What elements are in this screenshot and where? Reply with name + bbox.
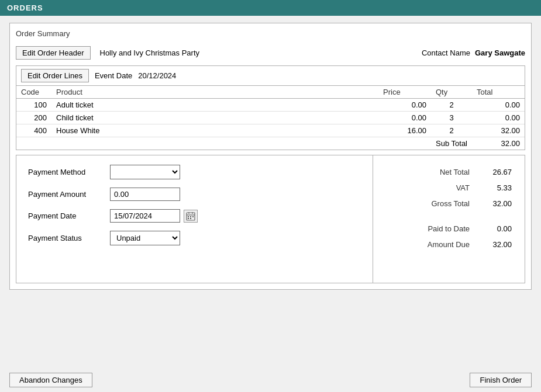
row-code: 200 (16, 112, 51, 124)
row-total: 0.00 (472, 112, 525, 124)
payment-amount-row: Payment Amount (28, 188, 361, 201)
row-product: Adult ticket (51, 99, 378, 112)
payment-amount-input[interactable] (110, 188, 180, 201)
payment-date-input[interactable] (110, 209, 180, 223)
top-bar: ORDERS (0, 0, 541, 16)
payment-status-row: Payment Status UnpaidPaidPartial (28, 231, 361, 245)
payment-date-row: Payment Date (28, 209, 361, 223)
footer-row: Abandon Changes Finish Order (0, 366, 541, 392)
abandon-changes-button[interactable]: Abandon Changes (9, 373, 92, 387)
edit-order-header-button[interactable]: Edit Order Header (16, 46, 91, 60)
finish-order-button[interactable]: Finish Order (470, 373, 532, 387)
order-lines-section: Edit Order Lines Event Date 20/12/2024 C… (16, 65, 525, 150)
subtotal-row: Sub Total 32.00 (16, 137, 525, 150)
row-qty: 2 (431, 99, 472, 112)
col-header-product: Product (51, 86, 378, 99)
contact-name-value: Gary Sawgate (475, 48, 525, 57)
row-total: 0.00 (472, 99, 525, 112)
event-date-value: 20/12/2024 (138, 71, 176, 80)
table-header-row: Code Product Price Qty Total (16, 86, 525, 99)
event-row: Edit Order Lines Event Date 20/12/2024 (16, 66, 525, 86)
payment-date-label: Payment Date (28, 211, 104, 220)
row-price: 16.00 (378, 124, 431, 137)
totals-panel: Net Total 26.67 VAT 5.33 Gross Total 32.… (373, 155, 525, 283)
col-header-total: Total (472, 86, 525, 99)
svg-rect-8 (190, 218, 191, 219)
amount-due-label: Amount Due (384, 237, 472, 252)
svg-rect-5 (190, 216, 191, 217)
totals-spacer-row (384, 212, 514, 220)
col-header-qty: Qty (431, 86, 472, 99)
gross-total-value: 32.00 (473, 196, 514, 211)
event-name: Holly and Ivy Christmas Party (100, 48, 200, 57)
panel-title: Order Summary (16, 29, 525, 40)
contact-info: Contact Name Gary Sawgate (422, 48, 525, 57)
amount-due-value: 32.00 (473, 237, 514, 252)
row-price: 0.00 (378, 99, 431, 112)
col-header-price: Price (378, 86, 431, 99)
row-product: Child ticket (51, 112, 378, 124)
totals-table: Net Total 26.67 VAT 5.33 Gross Total 32.… (383, 164, 515, 253)
payment-method-select[interactable]: CashCardBACS (110, 165, 180, 179)
calendar-icon[interactable] (184, 210, 198, 223)
payment-status-label: Payment Status (28, 234, 104, 242)
paid-to-date-label: Paid to Date (384, 221, 472, 236)
svg-rect-6 (192, 216, 194, 217)
row-product: House White (51, 124, 378, 137)
date-row (110, 209, 198, 223)
row-code: 100 (16, 99, 51, 112)
event-date-label: Event Date (95, 71, 132, 80)
edit-order-lines-button[interactable]: Edit Order Lines (21, 69, 89, 82)
table-row: 100 Adult ticket 0.00 2 0.00 (16, 99, 525, 112)
order-table: Code Product Price Qty Total 100 Adult t… (16, 86, 525, 150)
payment-panel: Payment Method CashCardBACS Payment Amou… (16, 155, 373, 283)
amount-due-row: Amount Due 32.00 (384, 237, 514, 252)
net-total-value: 26.67 (473, 165, 514, 179)
net-total-label: Net Total (384, 165, 472, 179)
order-header-row: Edit Order Header Holly and Ivy Christma… (16, 46, 525, 60)
subtotal-value: 32.00 (472, 137, 525, 150)
paid-to-date-row: Paid to Date 0.00 (384, 221, 514, 236)
payment-method-row: Payment Method CashCardBACS (28, 165, 361, 179)
vat-value: 5.33 (473, 181, 514, 195)
col-header-code: Code (16, 86, 51, 99)
vat-label: VAT (384, 181, 472, 195)
svg-rect-4 (188, 216, 189, 217)
table-row: 400 House White 16.00 2 32.00 (16, 124, 525, 137)
row-code: 400 (16, 124, 51, 137)
payment-status-select[interactable]: UnpaidPaidPartial (110, 231, 180, 245)
contact-name-label: Contact Name (422, 48, 470, 57)
row-price: 0.00 (378, 112, 431, 124)
table-row: 200 Child ticket 0.00 3 0.00 (16, 112, 525, 124)
gross-total-label: Gross Total (384, 196, 472, 211)
row-total: 32.00 (472, 124, 525, 137)
row-qty: 3 (431, 112, 472, 124)
svg-rect-7 (188, 218, 189, 219)
vat-row: VAT 5.33 (384, 181, 514, 195)
top-bar-title: ORDERS (7, 4, 43, 12)
row-qty: 2 (431, 124, 472, 137)
payment-method-label: Payment Method (28, 168, 104, 176)
net-total-row: Net Total 26.67 (384, 165, 514, 179)
subtotal-label: Sub Total (431, 137, 472, 150)
bottom-section: Payment Method CashCardBACS Payment Amou… (16, 155, 525, 283)
payment-amount-label: Payment Amount (28, 190, 104, 199)
paid-to-date-value: 0.00 (473, 221, 514, 236)
gross-total-row: Gross Total 32.00 (384, 196, 514, 211)
